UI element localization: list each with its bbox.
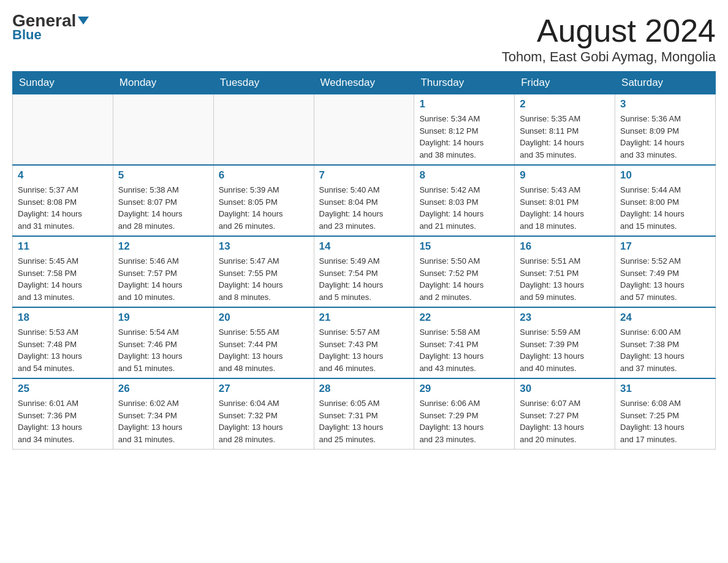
table-row: 25Sunrise: 6:01 AM Sunset: 7:36 PM Dayli…	[13, 378, 113, 450]
table-row: 5Sunrise: 5:38 AM Sunset: 8:07 PM Daylig…	[113, 165, 213, 236]
day-number: 21	[319, 312, 409, 324]
day-number: 3	[620, 98, 710, 110]
table-row: 13Sunrise: 5:47 AM Sunset: 7:55 PM Dayli…	[213, 236, 314, 307]
day-info: Sunrise: 5:36 AM Sunset: 8:09 PM Dayligh…	[620, 113, 710, 161]
table-row: 28Sunrise: 6:05 AM Sunset: 7:31 PM Dayli…	[314, 378, 414, 450]
table-row: 26Sunrise: 6:02 AM Sunset: 7:34 PM Dayli…	[113, 378, 213, 450]
calendar-table: Sunday Monday Tuesday Wednesday Thursday…	[12, 71, 716, 450]
day-number: 2	[520, 98, 610, 110]
day-info: Sunrise: 5:57 AM Sunset: 7:43 PM Dayligh…	[319, 326, 409, 374]
day-number: 24	[620, 312, 710, 324]
calendar-header-row: Sunday Monday Tuesday Wednesday Thursday…	[13, 72, 716, 94]
col-friday: Friday	[515, 72, 615, 94]
day-number: 11	[18, 240, 108, 253]
day-info: Sunrise: 5:42 AM Sunset: 8:03 PM Dayligh…	[419, 184, 509, 232]
logo: General Blue	[12, 12, 89, 43]
table-row: 17Sunrise: 5:52 AM Sunset: 7:49 PM Dayli…	[615, 236, 716, 307]
day-info: Sunrise: 6:00 AM Sunset: 7:38 PM Dayligh…	[620, 326, 710, 374]
table-row: 12Sunrise: 5:46 AM Sunset: 7:57 PM Dayli…	[113, 236, 213, 307]
table-row: 10Sunrise: 5:44 AM Sunset: 8:00 PM Dayli…	[615, 165, 716, 236]
day-info: Sunrise: 5:37 AM Sunset: 8:08 PM Dayligh…	[18, 184, 108, 232]
title-block: August 2024 Tohom, East Gobi Aymag, Mong…	[502, 12, 716, 65]
day-number: 18	[18, 312, 108, 324]
day-info: Sunrise: 5:58 AM Sunset: 7:41 PM Dayligh…	[419, 326, 509, 374]
page-header: General Blue August 2024 Tohom, East Gob…	[12, 12, 716, 65]
table-row	[113, 94, 213, 166]
table-row: 9Sunrise: 5:43 AM Sunset: 8:01 PM Daylig…	[515, 165, 615, 236]
day-number: 7	[319, 169, 409, 182]
calendar-week-row: 18Sunrise: 5:53 AM Sunset: 7:48 PM Dayli…	[13, 307, 716, 378]
day-number: 4	[18, 169, 108, 182]
table-row: 15Sunrise: 5:50 AM Sunset: 7:52 PM Dayli…	[414, 236, 515, 307]
table-row: 11Sunrise: 5:45 AM Sunset: 7:58 PM Dayli…	[13, 236, 113, 307]
table-row: 1Sunrise: 5:34 AM Sunset: 8:12 PM Daylig…	[414, 94, 515, 166]
day-info: Sunrise: 5:45 AM Sunset: 7:58 PM Dayligh…	[18, 255, 108, 303]
day-number: 20	[219, 312, 309, 324]
day-number: 5	[118, 169, 208, 182]
col-saturday: Saturday	[615, 72, 716, 94]
day-info: Sunrise: 5:54 AM Sunset: 7:46 PM Dayligh…	[118, 326, 208, 374]
table-row: 6Sunrise: 5:39 AM Sunset: 8:05 PM Daylig…	[213, 165, 314, 236]
col-sunday: Sunday	[13, 72, 113, 94]
col-thursday: Thursday	[414, 72, 515, 94]
day-info: Sunrise: 5:43 AM Sunset: 8:01 PM Dayligh…	[520, 184, 610, 232]
location-subtitle: Tohom, East Gobi Aymag, Mongolia	[502, 49, 716, 65]
table-row	[13, 94, 113, 166]
day-number: 29	[419, 383, 509, 395]
table-row: 2Sunrise: 5:35 AM Sunset: 8:11 PM Daylig…	[515, 94, 615, 166]
day-info: Sunrise: 5:55 AM Sunset: 7:44 PM Dayligh…	[219, 326, 309, 374]
day-number: 1	[419, 98, 509, 110]
day-number: 17	[620, 240, 710, 253]
logo-arrow-icon	[78, 17, 89, 25]
table-row	[213, 94, 314, 166]
col-wednesday: Wednesday	[314, 72, 414, 94]
table-row: 27Sunrise: 6:04 AM Sunset: 7:32 PM Dayli…	[213, 378, 314, 450]
calendar-week-row: 11Sunrise: 5:45 AM Sunset: 7:58 PM Dayli…	[13, 236, 716, 307]
table-row: 18Sunrise: 5:53 AM Sunset: 7:48 PM Dayli…	[13, 307, 113, 378]
table-row: 7Sunrise: 5:40 AM Sunset: 8:04 PM Daylig…	[314, 165, 414, 236]
day-number: 19	[118, 312, 208, 324]
day-info: Sunrise: 5:59 AM Sunset: 7:39 PM Dayligh…	[520, 326, 610, 374]
day-number: 13	[219, 240, 309, 253]
day-info: Sunrise: 6:08 AM Sunset: 7:25 PM Dayligh…	[620, 397, 710, 445]
day-number: 26	[118, 383, 208, 395]
day-info: Sunrise: 5:47 AM Sunset: 7:55 PM Dayligh…	[219, 255, 309, 303]
day-number: 25	[18, 383, 108, 395]
day-info: Sunrise: 5:34 AM Sunset: 8:12 PM Dayligh…	[419, 113, 509, 161]
table-row: 21Sunrise: 5:57 AM Sunset: 7:43 PM Dayli…	[314, 307, 414, 378]
col-monday: Monday	[113, 72, 213, 94]
table-row: 30Sunrise: 6:07 AM Sunset: 7:27 PM Dayli…	[515, 378, 615, 450]
table-row: 19Sunrise: 5:54 AM Sunset: 7:46 PM Dayli…	[113, 307, 213, 378]
table-row: 3Sunrise: 5:36 AM Sunset: 8:09 PM Daylig…	[615, 94, 716, 166]
day-info: Sunrise: 5:49 AM Sunset: 7:54 PM Dayligh…	[319, 255, 409, 303]
table-row: 31Sunrise: 6:08 AM Sunset: 7:25 PM Dayli…	[615, 378, 716, 450]
day-info: Sunrise: 6:02 AM Sunset: 7:34 PM Dayligh…	[118, 397, 208, 445]
day-info: Sunrise: 5:38 AM Sunset: 8:07 PM Dayligh…	[118, 184, 208, 232]
table-row: 22Sunrise: 5:58 AM Sunset: 7:41 PM Dayli…	[414, 307, 515, 378]
day-number: 30	[520, 383, 610, 395]
day-info: Sunrise: 5:40 AM Sunset: 8:04 PM Dayligh…	[319, 184, 409, 232]
day-info: Sunrise: 5:35 AM Sunset: 8:11 PM Dayligh…	[520, 113, 610, 161]
table-row: 16Sunrise: 5:51 AM Sunset: 7:51 PM Dayli…	[515, 236, 615, 307]
day-info: Sunrise: 6:05 AM Sunset: 7:31 PM Dayligh…	[319, 397, 409, 445]
day-number: 23	[520, 312, 610, 324]
day-number: 9	[520, 169, 610, 182]
day-info: Sunrise: 5:46 AM Sunset: 7:57 PM Dayligh…	[118, 255, 208, 303]
day-number: 10	[620, 169, 710, 182]
day-info: Sunrise: 5:51 AM Sunset: 7:51 PM Dayligh…	[520, 255, 610, 303]
day-info: Sunrise: 5:53 AM Sunset: 7:48 PM Dayligh…	[18, 326, 108, 374]
day-info: Sunrise: 5:44 AM Sunset: 8:00 PM Dayligh…	[620, 184, 710, 232]
table-row: 4Sunrise: 5:37 AM Sunset: 8:08 PM Daylig…	[13, 165, 113, 236]
day-number: 6	[219, 169, 309, 182]
day-info: Sunrise: 5:39 AM Sunset: 8:05 PM Dayligh…	[219, 184, 309, 232]
table-row: 24Sunrise: 6:00 AM Sunset: 7:38 PM Dayli…	[615, 307, 716, 378]
table-row: 29Sunrise: 6:06 AM Sunset: 7:29 PM Dayli…	[414, 378, 515, 450]
day-info: Sunrise: 6:07 AM Sunset: 7:27 PM Dayligh…	[520, 397, 610, 445]
calendar-week-row: 1Sunrise: 5:34 AM Sunset: 8:12 PM Daylig…	[13, 94, 716, 166]
table-row	[314, 94, 414, 166]
day-number: 12	[118, 240, 208, 253]
month-year-title: August 2024	[502, 12, 716, 49]
day-info: Sunrise: 5:50 AM Sunset: 7:52 PM Dayligh…	[419, 255, 509, 303]
logo-text-bottom: Blue	[12, 27, 42, 43]
calendar-week-row: 4Sunrise: 5:37 AM Sunset: 8:08 PM Daylig…	[13, 165, 716, 236]
